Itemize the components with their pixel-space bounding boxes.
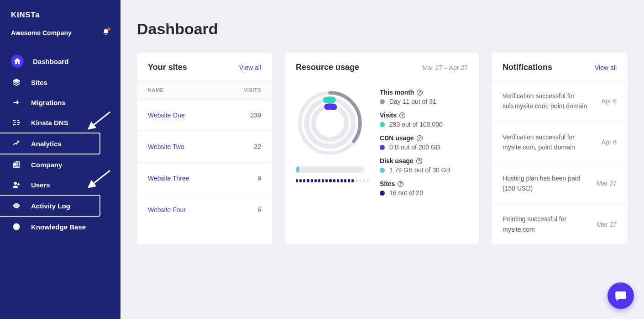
notification-text: Hosting plan has been paid (150 USD) <box>503 173 591 194</box>
sidebar-item-migrations[interactable]: Migrations <box>0 92 120 112</box>
sidebar-item-label: Company <box>31 161 62 169</box>
sidebar-item-sites[interactable]: Sites <box>0 72 120 92</box>
stat-label: Sites <box>380 180 395 187</box>
sidebar-item-label: Users <box>31 181 50 189</box>
site-name-link[interactable]: Website One <box>148 112 185 119</box>
card-title: Resource usage <box>296 63 359 72</box>
notification-dot <box>107 27 110 31</box>
legend-dot <box>380 145 385 150</box>
help-icon <box>11 221 22 232</box>
sidebar-item-label: Kinsta DNS <box>31 119 68 127</box>
site-row[interactable]: Website Two 22 <box>137 131 272 163</box>
notifications-card: Notifications View all Verification succ… <box>492 53 628 245</box>
sites-dots <box>296 179 369 182</box>
site-name-link[interactable]: Website Four <box>148 206 186 213</box>
migrate-icon <box>11 97 22 108</box>
view-all-link[interactable]: View all <box>239 64 261 71</box>
stat-value: 1.79 GB out of 30 GB <box>389 166 450 174</box>
sidebar-item-analytics[interactable]: Analytics <box>0 133 100 154</box>
col-header-name: NAME <box>148 87 163 93</box>
notification-row[interactable]: Hosting plan has been paid (150 USD) Mar… <box>492 163 628 204</box>
site-visits: 22 <box>254 143 261 150</box>
site-visits: 9 <box>257 175 261 182</box>
site-visits: 239 <box>251 112 261 119</box>
svg-point-3 <box>13 124 14 125</box>
page-title: Dashboard <box>137 20 628 38</box>
sidebar-item-activity-log[interactable]: Activity Log <box>0 195 100 217</box>
sidebar-item-label: Analytics <box>31 140 62 148</box>
eye-icon <box>11 200 22 211</box>
svg-point-1 <box>13 120 14 121</box>
disk-bar <box>296 166 364 173</box>
notification-text: Verification successful for sub.mysite.c… <box>503 91 596 112</box>
notification-date: Apr 6 <box>602 138 617 146</box>
sidebar-item-label: Dashboard <box>33 58 68 65</box>
info-icon[interactable]: ? <box>416 158 422 164</box>
company-name[interactable]: Awesome Company <box>11 29 72 37</box>
chat-button[interactable] <box>607 282 634 309</box>
legend-dot <box>380 122 385 127</box>
stat-label: CDN usage <box>380 134 414 142</box>
company-icon <box>11 159 22 170</box>
sidebar-item-label: Sites <box>31 79 47 86</box>
analytics-icon <box>11 138 22 149</box>
site-row[interactable]: Website One 239 <box>137 100 272 131</box>
users-icon <box>11 179 22 190</box>
card-title: Notifications <box>503 63 552 72</box>
svg-point-2 <box>19 122 20 123</box>
notification-row[interactable]: Pointing successful for mysite.com Mar 2… <box>492 203 628 245</box>
legend-dot <box>380 168 385 173</box>
info-icon[interactable]: ? <box>398 181 403 187</box>
legend-dot <box>380 99 385 104</box>
notification-text: Pointing successful for mysite.com <box>503 214 591 234</box>
stat-label: Disk usage <box>380 157 414 165</box>
view-all-link[interactable]: View all <box>595 64 617 71</box>
sidebar: KINSTa Awesome Company Dashboard Sites M… <box>0 0 120 319</box>
resource-usage-card: Resource usage Mar 27 – Apr 27 <box>285 53 479 245</box>
site-row[interactable]: Website Three 9 <box>137 163 272 194</box>
site-name-link[interactable]: Website Three <box>148 175 189 182</box>
sidebar-item-dns[interactable]: Kinsta DNS <box>0 112 120 133</box>
info-icon[interactable]: ? <box>417 135 423 141</box>
stat-value: Day 11 out of 31 <box>389 98 436 105</box>
notification-date: Apr 6 <box>602 97 617 105</box>
site-row[interactable]: Website Four 6 <box>137 194 272 225</box>
sidebar-item-knowledge-base[interactable]: Knowledge Base <box>0 217 120 237</box>
brand-logo: KINSTa <box>0 10 120 24</box>
sidebar-item-users[interactable]: Users <box>0 175 120 195</box>
site-name-link[interactable]: Website Two <box>148 143 184 150</box>
sidebar-item-company[interactable]: Company <box>0 154 120 175</box>
notification-date: Mar 27 <box>597 221 617 228</box>
layers-icon <box>11 77 22 88</box>
info-icon[interactable]: ? <box>399 112 405 118</box>
notification-date: Mar 27 <box>597 180 617 187</box>
notification-row[interactable]: Verification successful for mysite.com, … <box>492 122 628 163</box>
sidebar-item-label: Migrations <box>31 99 66 106</box>
svg-point-14 <box>319 112 341 134</box>
your-sites-card: Your sites View all NAME VISITS Website … <box>137 53 272 245</box>
sidebar-item-label: Activity Log <box>31 202 70 210</box>
card-title: Your sites <box>148 63 187 72</box>
col-header-visits: VISITS <box>244 87 261 93</box>
site-visits: 6 <box>257 206 261 213</box>
stat-label: Visits <box>380 112 397 119</box>
stat-value: 0 B out of 200 GB <box>389 144 440 151</box>
main-content: Dashboard Your sites View all NAME VISIT… <box>120 0 644 319</box>
svg-text:KINSTa: KINSTa <box>11 11 40 19</box>
resource-chart <box>296 89 369 203</box>
stat-value: 293 out of 100,000 <box>389 121 443 128</box>
dns-icon <box>11 117 22 128</box>
svg-point-4 <box>14 182 17 185</box>
notifications-bell[interactable] <box>102 28 110 37</box>
notification-text: Verification successful for mysite.com, … <box>503 132 596 153</box>
home-icon <box>11 55 24 68</box>
date-range: Mar 27 – Apr 27 <box>422 64 468 71</box>
stat-value: 16 out of 20 <box>389 189 423 197</box>
sidebar-item-label: Knowledge Base <box>31 223 86 231</box>
notification-row[interactable]: Verification successful for sub.mysite.c… <box>492 80 628 122</box>
stat-label: This month <box>380 89 414 96</box>
legend-dot <box>380 191 385 196</box>
sidebar-item-dashboard[interactable]: Dashboard <box>0 50 120 72</box>
info-icon[interactable]: ? <box>417 90 423 96</box>
